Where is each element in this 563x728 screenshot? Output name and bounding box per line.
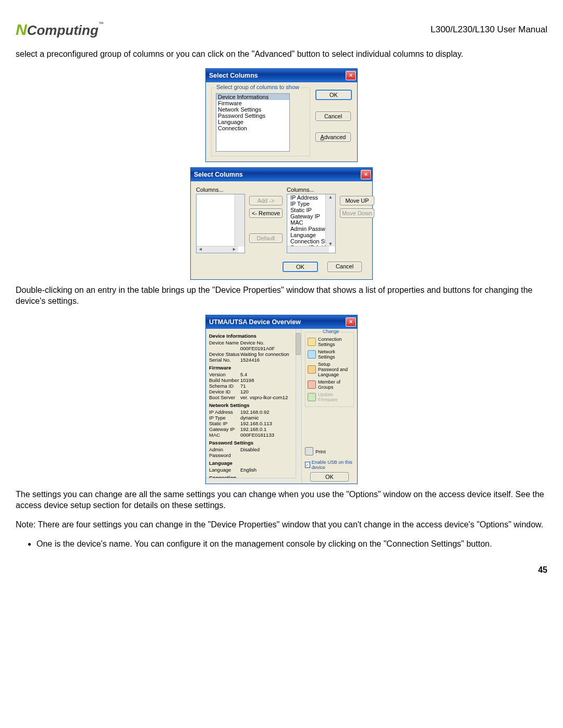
list-item[interactable]: Firmware bbox=[216, 100, 289, 106]
selected-columns-listbox[interactable]: IP Address IP Type Static IP Gateway IP … bbox=[287, 194, 336, 253]
device-properties-paragraph: Double-clicking on an entry in the table… bbox=[16, 285, 547, 307]
intro-paragraph: select a preconfigured group of columns … bbox=[16, 49, 547, 60]
change-legend: Change bbox=[321, 329, 341, 334]
enable-usb-checkbox[interactable]: ✓ Enable USB on this device bbox=[305, 460, 354, 470]
available-columns-listbox[interactable]: ◄► bbox=[196, 194, 245, 253]
value: 5.4 bbox=[240, 372, 247, 377]
columns-left-label: Columns... bbox=[196, 187, 245, 193]
page-number: 45 bbox=[16, 565, 547, 575]
close-icon[interactable]: × bbox=[361, 170, 371, 179]
value: 120 bbox=[240, 389, 249, 394]
list-item[interactable]: Gateway IP bbox=[289, 213, 327, 219]
value: 000FE0181133 bbox=[240, 432, 274, 438]
list-item[interactable]: Admin Password bbox=[289, 226, 327, 232]
scrollbar-vertical[interactable] bbox=[235, 194, 244, 246]
ok-button[interactable]: OK bbox=[315, 90, 352, 100]
label: Gateway IP bbox=[209, 426, 240, 432]
label: MAC bbox=[209, 432, 240, 438]
label: Device Status bbox=[209, 351, 240, 357]
label: Admin Password bbox=[209, 447, 240, 458]
password-language-link[interactable]: Setup Password and Language bbox=[308, 361, 351, 378]
advanced-button[interactable]: Advanced bbox=[315, 132, 351, 142]
value: 71 bbox=[240, 383, 246, 389]
add-button[interactable]: Add -> bbox=[249, 196, 283, 205]
section-password: Password Settings bbox=[209, 440, 300, 446]
manual-title: L300/L230/L130 User Manual bbox=[431, 24, 547, 35]
value: Disabled bbox=[240, 447, 260, 458]
label: Boot Server bbox=[209, 394, 240, 400]
scrollbar-horizontal[interactable] bbox=[206, 478, 296, 484]
section-language: Language bbox=[209, 460, 300, 466]
dlg2-titlebar: Select Columns × bbox=[191, 168, 372, 181]
scrollbar-vertical[interactable] bbox=[296, 329, 301, 477]
value: 192.168.0.113 bbox=[240, 421, 272, 426]
change-group: Change Connection Settings Network Setti… bbox=[305, 332, 354, 407]
bullet-item: One is the device's name. You can config… bbox=[36, 539, 547, 550]
print-link[interactable]: Print bbox=[305, 447, 354, 455]
list-item[interactable]: MAC bbox=[289, 219, 327, 226]
member-groups-link[interactable]: Member of Groups bbox=[308, 378, 351, 391]
dlg1-title: Select Columns bbox=[209, 72, 258, 79]
list-item[interactable]: IP Type bbox=[289, 201, 327, 207]
close-icon[interactable]: × bbox=[346, 71, 356, 80]
list-item[interactable]: Language bbox=[289, 232, 327, 238]
label: Version bbox=[209, 372, 240, 377]
default-button[interactable]: Default bbox=[249, 233, 283, 243]
connection-settings-link[interactable]: Connection Settings bbox=[308, 336, 351, 348]
value: Device No. 000FE0191A0F bbox=[240, 340, 300, 351]
list-item[interactable]: Device Informations bbox=[216, 94, 289, 100]
update-icon bbox=[308, 393, 316, 401]
label: Device Name bbox=[209, 340, 240, 351]
ok-button[interactable]: OK bbox=[310, 472, 349, 482]
columns-right-label: Columns... bbox=[287, 187, 336, 193]
list-item[interactable]: Static IP bbox=[289, 207, 327, 213]
label: IP Type bbox=[209, 415, 240, 421]
actions-pane: Change Connection Settings Network Setti… bbox=[302, 329, 357, 484]
device-info-pane: Device Informations Device NameDevice No… bbox=[206, 329, 302, 484]
select-columns-simple-dialog: Select Columns × Select group of columns… bbox=[205, 68, 358, 162]
value: Waiting for connection bbox=[240, 351, 289, 357]
scrollbar-vertical[interactable]: ▲▼ bbox=[325, 194, 335, 246]
update-firmware-link: Update Firmware bbox=[308, 391, 351, 403]
move-up-button[interactable]: Move UP bbox=[340, 196, 374, 205]
list-item[interactable]: Password Settings bbox=[216, 113, 289, 119]
network-settings-link[interactable]: Network Settings bbox=[308, 348, 351, 361]
group-legend: Select group of columns to show bbox=[215, 84, 301, 90]
label: Serial No. bbox=[209, 357, 240, 363]
value: 10198 bbox=[240, 377, 254, 383]
list-item[interactable]: IP Address bbox=[289, 194, 327, 201]
advanced-label-rest: dvanced bbox=[324, 134, 346, 140]
label: Schema ID bbox=[209, 383, 240, 389]
cancel-button[interactable]: Cancel bbox=[315, 112, 351, 121]
dlg3-title: UTMA/UTSA Device Overview bbox=[209, 318, 301, 326]
label: Build Number bbox=[209, 377, 240, 383]
cancel-button[interactable]: Cancel bbox=[327, 262, 362, 272]
checkbox-icon[interactable]: ✓ bbox=[305, 462, 310, 468]
scrollbar-horizontal[interactable]: ◄► bbox=[197, 246, 238, 253]
section-network: Network Settings bbox=[209, 402, 300, 408]
section-firmware: Firmware bbox=[209, 365, 300, 371]
value: 1524416 bbox=[240, 357, 260, 363]
note-paragraph: Note: There are four settings you can ch… bbox=[16, 520, 547, 530]
close-icon[interactable]: × bbox=[346, 317, 356, 327]
dlg2-title: Select Columns bbox=[194, 171, 243, 178]
move-down-button[interactable]: Move Down bbox=[340, 208, 374, 218]
brand-n: N bbox=[16, 21, 27, 38]
list-item[interactable]: Network Settings bbox=[216, 106, 289, 113]
scrollbar-thumb[interactable] bbox=[296, 333, 301, 355]
label: Static IP bbox=[209, 421, 240, 426]
label: Device ID bbox=[209, 389, 240, 394]
list-item[interactable]: Connection bbox=[216, 125, 289, 131]
dlg3-titlebar: UTMA/UTSA Device Overview × bbox=[206, 315, 357, 329]
brand-tm: ™ bbox=[99, 21, 104, 27]
brand-rest: Computing bbox=[27, 22, 99, 38]
value: 192.168.0.92 bbox=[240, 409, 269, 415]
scrollbar-horizontal[interactable] bbox=[287, 246, 329, 253]
group-of-columns-box: Select group of columns to show Device I… bbox=[211, 88, 310, 156]
value: 192.168.0.1 bbox=[240, 426, 266, 432]
list-item[interactable]: Connection Status bbox=[289, 238, 327, 244]
list-item[interactable]: Language bbox=[216, 119, 289, 125]
group-listbox[interactable]: Device Informations Firmware Network Set… bbox=[216, 93, 290, 152]
ok-button[interactable]: OK bbox=[283, 262, 318, 272]
remove-button[interactable]: <- Remove bbox=[249, 208, 283, 218]
